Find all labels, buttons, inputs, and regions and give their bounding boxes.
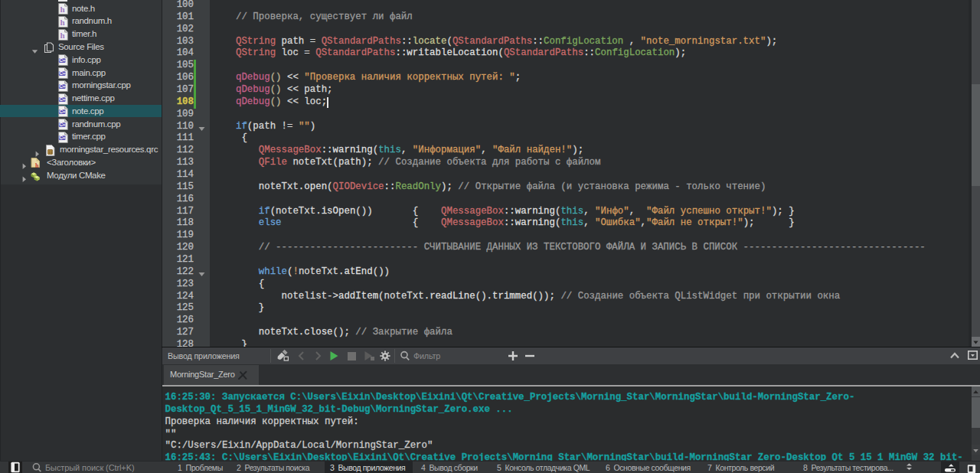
svg-text:C: C: [59, 58, 63, 64]
svg-text:C: C: [59, 83, 63, 89]
svg-text:h: h: [35, 162, 39, 168]
svg-text:C: C: [59, 109, 63, 115]
svg-text:C: C: [59, 70, 63, 76]
svg-text:h: h: [60, 18, 65, 27]
svg-text:h: h: [60, 5, 65, 14]
svg-text:C: C: [59, 122, 63, 128]
svg-text:C: C: [59, 96, 63, 102]
svg-text:C: C: [59, 135, 63, 140]
svg-text:h: h: [60, 31, 65, 40]
